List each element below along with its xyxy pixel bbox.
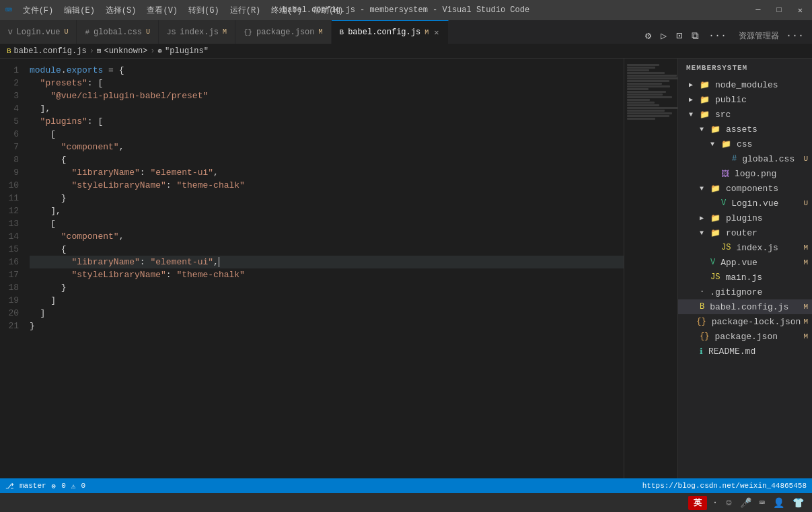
line-number-6: 6 <box>0 128 19 141</box>
line-number-4: 4 <box>0 102 19 115</box>
menu-item-g[interactable]: 转到(G) <box>186 3 222 17</box>
minimap-line <box>627 64 659 66</box>
tree-item-label: Login.vue <box>731 198 801 209</box>
ime-user-icon[interactable]: 👤 <box>770 496 787 510</box>
sidebar-item-mainjs[interactable]: JSmain.js <box>678 270 812 285</box>
breadcrumb-subsection[interactable]: "plugins" <box>165 46 209 56</box>
sidebar-item-plugins[interactable]: ▶📁plugins <box>678 211 812 225</box>
tab-label: package.json <box>256 28 314 37</box>
editor-area[interactable]: 123456789101112131415161718192021 module… <box>0 59 677 478</box>
settings-icon[interactable]: ⚙ <box>642 28 654 44</box>
code-line-20: ] <box>30 307 624 320</box>
tree-item-label: src <box>715 110 812 120</box>
tree-file-icon: 📁 <box>710 213 721 223</box>
sidebar-item-readmemd[interactable]: ℹREADME.md <box>678 344 812 359</box>
line-number-12: 12 <box>0 205 19 217</box>
sidebar-tree[interactable]: ▶📁node_modules▶📁public▼📁src▼📁assets▼📁css… <box>678 77 812 478</box>
layout-icon[interactable]: ⧉ <box>689 29 702 44</box>
sidebar-item-src[interactable]: ▼📁src <box>678 107 812 122</box>
ime-chinese-button[interactable]: 英 <box>688 496 707 510</box>
ime-emoji-icon[interactable]: ☺ <box>723 496 734 509</box>
minimap-line <box>627 94 663 96</box>
maximize-button[interactable]: □ <box>773 4 786 17</box>
tree-modified-badge: U <box>803 155 808 163</box>
tree-modified-badge: M <box>803 318 808 326</box>
code-line-10: "styleLibraryName": "theme-chalk" <box>30 179 624 192</box>
tab-bar: VLogin.vueU#global.cssUJSindex.jsM{}pack… <box>0 20 812 44</box>
tab-label: babel.config.js <box>348 28 420 37</box>
breadcrumb-icon-3: ⊛ <box>157 46 162 55</box>
minimize-button[interactable]: — <box>751 4 764 17</box>
tree-file-icon: ℹ <box>700 346 703 357</box>
code-line-17: "styleLibraryName": "theme-chalk" <box>30 268 624 281</box>
sidebar-item-logopng[interactable]: 🖼logo.png <box>678 166 812 181</box>
ime-keyboard-icon[interactable]: ⌨ <box>757 496 768 510</box>
menu-item-v[interactable]: 查看(V) <box>144 3 180 17</box>
minimap-line <box>627 75 677 77</box>
tree-item-label: assets <box>726 124 812 135</box>
tab-babelconfigjs[interactable]: Bbabel.config.jsM✕ <box>332 20 449 44</box>
menu-item-f[interactable]: 文件(F) <box>20 3 57 17</box>
tree-item-label: node_modules <box>715 80 812 90</box>
menu-item-e[interactable]: 编辑(E) <box>61 3 98 17</box>
code-container: 123456789101112131415161718192021 module… <box>0 59 677 478</box>
minimap-line <box>627 112 672 114</box>
sidebar-item-loginvue[interactable]: VLogin.vueU <box>678 196 812 211</box>
ime-mic-icon[interactable]: 🎤 <box>737 496 754 510</box>
tab-modified-badge: U <box>64 28 68 36</box>
tree-modified-badge: M <box>803 303 808 311</box>
sidebar-item-globalcss[interactable]: #global.cssU <box>678 151 812 166</box>
tab-globalcss[interactable]: #global.cssU <box>77 20 159 44</box>
breadcrumb-file[interactable]: babel.config.js <box>14 46 87 56</box>
tab-close-button[interactable]: ✕ <box>433 27 440 38</box>
tree-file-icon: JS <box>721 243 731 252</box>
menu-item-r[interactable]: 运行(R) <box>227 3 264 17</box>
minimap-line <box>627 102 655 104</box>
menu-item-s[interactable]: 选择(S) <box>103 3 139 17</box>
line-number-19: 19 <box>0 294 19 307</box>
split-icon[interactable]: ⊡ <box>673 28 685 44</box>
sidebar-item-nodemodules[interactable]: ▶📁node_modules <box>678 77 812 92</box>
tab-indexjs[interactable]: JSindex.jsM <box>159 20 235 44</box>
sidebar-item-indexjs[interactable]: JSindex.jsM <box>678 240 812 255</box>
breadcrumb-section[interactable]: <unknown> <box>104 46 147 56</box>
tab-packagejson[interactable]: {}package.jsonM <box>235 20 332 44</box>
minimap-line <box>627 67 655 69</box>
run-icon[interactable]: ▷ <box>658 28 669 44</box>
line-number-11: 11 <box>0 192 19 205</box>
tab-label: index.js <box>180 28 219 37</box>
sidebar-item-assets[interactable]: ▼📁assets <box>678 122 812 137</box>
tree-arrow-icon: ▶ <box>689 81 697 89</box>
tree-file-icon: 📁 <box>700 110 710 120</box>
tree-item-label: public <box>715 95 812 105</box>
tab-actions: ⚙ ▷ ⊡ ⧉ ··· 资源管理器 ··· <box>637 28 812 44</box>
sidebar-item-gitignore[interactable]: ·.gitignore <box>678 285 812 299</box>
tree-arrow-icon: ▼ <box>700 185 708 192</box>
sidebar-item-babelconfigjs[interactable]: Bbabel.config.jsM <box>678 299 812 314</box>
line-number-8: 8 <box>0 153 19 166</box>
tree-item-label: global.css <box>742 154 801 164</box>
tab-loginvue[interactable]: VLogin.vueU <box>0 20 77 44</box>
sidebar-item-packagejson[interactable]: {}package.jsonM <box>678 329 812 344</box>
code-lines[interactable]: module.exports = { "presets": [ "@vue/cl… <box>27 59 624 478</box>
close-button[interactable]: ✕ <box>794 4 807 17</box>
minimap-line <box>627 80 669 82</box>
sidebar-more-icon[interactable]: ··· <box>783 29 807 43</box>
more-icon[interactable]: ··· <box>706 29 729 43</box>
tree-arrow-icon: ▼ <box>689 111 697 118</box>
sidebar-item-router[interactable]: ▼📁router <box>678 225 812 240</box>
status-bar: ⎇ master ⊗ 0 ⚠ 0 https://blog.csdn.net/w… <box>0 478 812 493</box>
sidebar-item-appvue[interactable]: VApp.vueM <box>678 255 812 270</box>
code-line-15: { <box>30 243 624 256</box>
tab-modified-badge: M <box>319 28 323 36</box>
tab-filetype-icon: B <box>340 28 344 36</box>
code-line-16: "libraryName": "element-ui",​ <box>30 256 624 268</box>
sidebar-item-components[interactable]: ▼📁components <box>678 181 812 196</box>
ime-shirt-icon[interactable]: 👕 <box>790 496 807 510</box>
sidebar-item-packagelockjson[interactable]: {}package-lock.jsonM <box>678 314 812 329</box>
ime-punctuation-icon[interactable]: · <box>710 496 721 509</box>
tree-arrow-icon: ▼ <box>710 141 718 148</box>
line-numbers: 123456789101112131415161718192021 <box>0 59 27 478</box>
sidebar-item-public[interactable]: ▶📁public <box>678 92 812 107</box>
sidebar-item-css[interactable]: ▼📁css <box>678 137 812 151</box>
